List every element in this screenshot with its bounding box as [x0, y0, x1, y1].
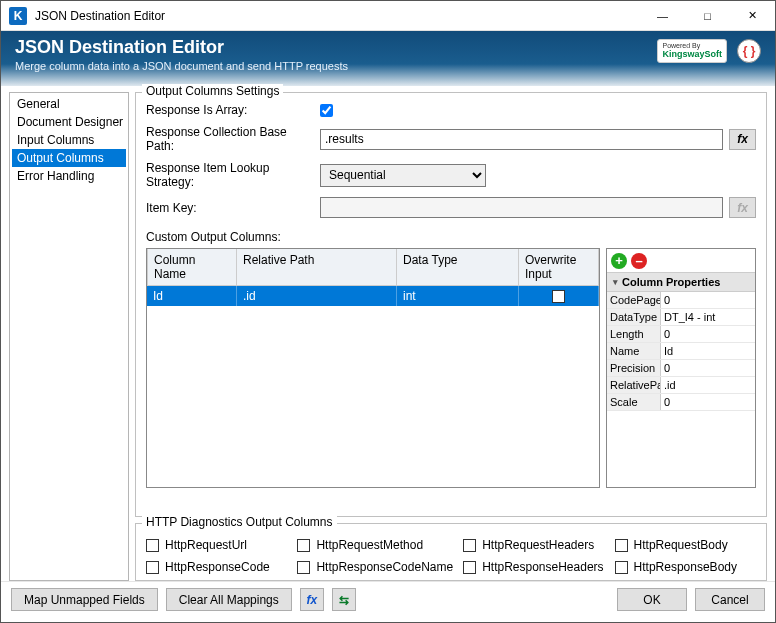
diag-label: HttpRequestMethod — [316, 538, 423, 552]
chevron-down-icon: ▾ — [613, 277, 618, 287]
property-row[interactable]: DataTypeDT_I4 - int — [607, 309, 755, 326]
cell-overwrite[interactable] — [519, 286, 599, 306]
property-value[interactable]: 0 — [661, 292, 755, 308]
diag-label: HttpResponseHeaders — [482, 560, 603, 574]
ok-button[interactable]: OK — [617, 588, 687, 611]
custom-columns-grid[interactable]: Column Name Relative Path Data Type Over… — [146, 248, 600, 488]
base-path-label: Response Collection Base Path: — [146, 125, 314, 153]
property-value[interactable]: DT_I4 - int — [661, 309, 755, 325]
sidebar-item-input-columns[interactable]: Input Columns — [12, 131, 126, 149]
diag-label: HttpRequestUrl — [165, 538, 247, 552]
property-value[interactable]: .id — [661, 377, 755, 393]
add-column-icon[interactable]: + — [611, 253, 627, 269]
property-row[interactable]: RelativePath.id — [607, 377, 755, 394]
property-key: Precision — [607, 360, 661, 376]
property-key: Name — [607, 343, 661, 359]
diag-label: HttpRequestHeaders — [482, 538, 594, 552]
grid-header: Column Name Relative Path Data Type Over… — [147, 249, 599, 286]
http-diagnostics-group: HTTP Diagnostics Output Columns HttpRequ… — [135, 523, 767, 581]
cell-path[interactable]: .id — [237, 286, 397, 306]
cell-name[interactable]: Id — [147, 286, 237, 306]
banner-subtitle: Merge column data into a JSON document a… — [15, 60, 348, 72]
response-is-array-checkbox[interactable] — [320, 104, 333, 117]
item-key-fx-button: fx — [729, 197, 756, 218]
diag-checkbox[interactable] — [146, 539, 159, 552]
sidebar: GeneralDocument DesignerInput ColumnsOut… — [9, 92, 129, 581]
response-is-array-label: Response Is Array: — [146, 103, 314, 117]
diag-checkbox[interactable] — [146, 561, 159, 574]
json-icon: { } — [737, 39, 761, 63]
base-path-fx-button[interactable]: fx — [729, 129, 756, 150]
cancel-button[interactable]: Cancel — [695, 588, 765, 611]
diag-label: HttpRequestBody — [634, 538, 728, 552]
output-columns-settings-group: Output Columns Settings Response Is Arra… — [135, 92, 767, 517]
diag-label: HttpResponseCodeName — [316, 560, 453, 574]
diag-item-httprequestbody: HttpRequestBody — [615, 538, 756, 552]
property-row[interactable]: Scale0 — [607, 394, 755, 411]
base-path-input[interactable] — [320, 129, 723, 150]
maximize-button[interactable]: □ — [685, 1, 730, 31]
banner: JSON Destination Editor Merge column dat… — [1, 31, 775, 86]
diag-item-httprequestheaders: HttpRequestHeaders — [463, 538, 604, 552]
bottom-bar: Map Unmapped Fields Clear All Mappings f… — [1, 581, 775, 617]
property-value[interactable]: 0 — [661, 394, 755, 410]
titlebar: K JSON Destination Editor — □ ✕ — [1, 1, 775, 31]
property-row[interactable]: NameId — [607, 343, 755, 360]
diag-label: HttpResponseBody — [634, 560, 737, 574]
diag-checkbox[interactable] — [463, 561, 476, 574]
diag-checkbox[interactable] — [297, 561, 310, 574]
window-title: JSON Destination Editor — [35, 9, 640, 23]
banner-heading: JSON Destination Editor — [15, 37, 348, 58]
kingswaysoft-logo: Powered By KingswaySoft — [657, 39, 727, 63]
property-key: RelativePath — [607, 377, 661, 393]
column-properties-header[interactable]: ▾ Column Properties — [607, 273, 755, 292]
diag-item-httpresponsecode: HttpResponseCode — [146, 560, 287, 574]
diag-checkbox[interactable] — [463, 539, 476, 552]
property-value[interactable]: 0 — [661, 360, 755, 376]
column-properties-panel: + – ▾ Column Properties CodePage0DataTyp… — [606, 248, 756, 488]
map-unmapped-button[interactable]: Map Unmapped Fields — [11, 588, 158, 611]
grid-header-type[interactable]: Data Type — [397, 249, 519, 285]
table-row[interactable]: Id.idint — [147, 286, 599, 306]
fx-toolbar-button[interactable]: fx — [300, 588, 324, 611]
output-settings-legend: Output Columns Settings — [142, 84, 283, 98]
lookup-strategy-label: Response Item Lookup Strategy: — [146, 161, 314, 189]
diag-item-httprequestmethod: HttpRequestMethod — [297, 538, 453, 552]
property-value[interactable]: Id — [661, 343, 755, 359]
clear-all-mappings-button[interactable]: Clear All Mappings — [166, 588, 292, 611]
cell-type[interactable]: int — [397, 286, 519, 306]
http-diagnostics-legend: HTTP Diagnostics Output Columns — [142, 515, 337, 529]
sidebar-item-error-handling[interactable]: Error Handling — [12, 167, 126, 185]
property-key: Scale — [607, 394, 661, 410]
close-button[interactable]: ✕ — [730, 1, 775, 31]
sidebar-item-general[interactable]: General — [12, 95, 126, 113]
property-row[interactable]: Precision0 — [607, 360, 755, 377]
property-row[interactable]: Length0 — [607, 326, 755, 343]
overwrite-checkbox[interactable] — [552, 290, 565, 303]
diag-item-httpresponsecodename: HttpResponseCodeName — [297, 560, 453, 574]
sidebar-item-output-columns[interactable]: Output Columns — [12, 149, 126, 167]
diag-item-httprequesturl: HttpRequestUrl — [146, 538, 287, 552]
custom-columns-label: Custom Output Columns: — [146, 230, 756, 244]
grid-header-name[interactable]: Column Name — [147, 249, 237, 285]
diag-checkbox[interactable] — [615, 539, 628, 552]
diag-checkbox[interactable] — [615, 561, 628, 574]
banner-logos: Powered By KingswaySoft { } — [657, 39, 761, 63]
remove-column-icon[interactable]: – — [631, 253, 647, 269]
item-key-input — [320, 197, 723, 218]
property-key: CodePage — [607, 292, 661, 308]
grid-header-overwrite[interactable]: Overwrite Input — [519, 249, 599, 285]
diag-item-httpresponsebody: HttpResponseBody — [615, 560, 756, 574]
minimize-button[interactable]: — — [640, 1, 685, 31]
diag-checkbox[interactable] — [297, 539, 310, 552]
grid-header-path[interactable]: Relative Path — [237, 249, 397, 285]
diag-item-httpresponseheaders: HttpResponseHeaders — [463, 560, 604, 574]
sidebar-item-document-designer[interactable]: Document Designer — [12, 113, 126, 131]
item-key-label: Item Key: — [146, 201, 314, 215]
diag-label: HttpResponseCode — [165, 560, 270, 574]
property-key: Length — [607, 326, 661, 342]
lookup-strategy-select[interactable]: Sequential — [320, 164, 486, 187]
mapping-toolbar-button[interactable]: ⇆ — [332, 588, 356, 611]
property-value[interactable]: 0 — [661, 326, 755, 342]
property-row[interactable]: CodePage0 — [607, 292, 755, 309]
